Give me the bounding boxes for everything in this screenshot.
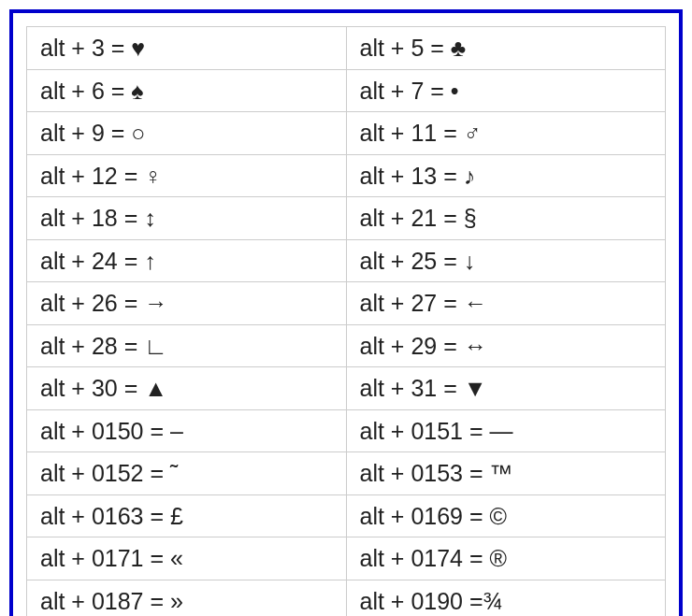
alt-code-cell-left: alt + 0163 = £	[27, 494, 347, 537]
alt-code-symbol: ♂	[464, 120, 482, 146]
alt-code-cell-left: alt + 28 = ∟	[27, 324, 347, 367]
alt-code-label: alt + 0190 =	[360, 588, 483, 614]
alt-code-label: alt + 7 =	[360, 78, 451, 104]
table-row: alt + 12 = ♀alt + 13 = ♪	[27, 154, 666, 197]
alt-code-symbol: ®	[490, 545, 507, 571]
alt-code-symbol: ↑	[144, 248, 156, 274]
alt-code-cell-right: alt + 5 = ♣	[346, 27, 666, 70]
alt-code-symbol: £	[170, 503, 183, 529]
alt-code-cell-right: alt + 0174 = ®	[346, 537, 666, 580]
alt-code-symbol: ♠	[131, 78, 143, 104]
alt-code-symbol: ↕	[144, 205, 156, 231]
alt-code-label: alt + 24 =	[40, 248, 144, 274]
alt-code-cell-right: alt + 25 = ↓	[346, 239, 666, 282]
alt-code-cell-left: alt + 3 = ♥	[27, 27, 347, 70]
alt-code-label: alt + 0150 =	[40, 418, 170, 444]
alt-code-label: alt + 0153 =	[360, 460, 490, 486]
alt-code-symbol: »	[170, 588, 183, 614]
alt-code-symbol: §	[464, 205, 477, 231]
alt-code-symbol: ˜	[170, 460, 178, 486]
table-row: alt + 6 = ♠alt + 7 = •	[27, 69, 666, 112]
alt-code-label: alt + 13 =	[360, 163, 464, 189]
alt-code-label: alt + 30 =	[40, 375, 144, 401]
alt-code-cell-right: alt + 31 = ▼	[346, 367, 666, 410]
alt-code-label: alt + 28 =	[40, 333, 144, 359]
alt-code-cell-left: alt + 24 = ↑	[27, 239, 347, 282]
alt-code-symbol: ♀	[144, 163, 162, 189]
alt-code-symbol: ¾	[483, 588, 503, 614]
alt-code-cell-left: alt + 30 = ▲	[27, 367, 347, 410]
alt-code-cell-right: alt + 13 = ♪	[346, 154, 666, 197]
table-row: alt + 30 = ▲alt + 31 = ▼	[27, 367, 666, 410]
alt-code-symbol: →	[144, 290, 167, 316]
table-row: alt + 3 = ♥alt + 5 = ♣	[27, 27, 666, 70]
alt-code-symbol: •	[451, 78, 459, 104]
alt-code-symbol: ▼	[464, 375, 487, 401]
table-row: alt + 26 = →alt + 27 = ←	[27, 282, 666, 325]
alt-code-cell-right: alt + 7 = •	[346, 69, 666, 112]
alt-code-label: alt + 0169 =	[360, 503, 490, 529]
table-row: alt + 28 = ∟alt + 29 = ↔	[27, 324, 666, 367]
alt-code-cell-right: alt + 0169 = ©	[346, 494, 666, 537]
alt-code-cell-left: alt + 0171 = «	[27, 537, 347, 580]
alt-code-cell-right: alt + 29 = ↔	[346, 324, 666, 367]
alt-code-label: alt + 6 =	[40, 78, 131, 104]
alt-code-symbol: ←	[464, 290, 487, 316]
alt-code-label: alt + 0171 =	[40, 545, 170, 571]
alt-code-label: alt + 0174 =	[360, 545, 490, 571]
alt-code-symbol: ♪	[464, 163, 476, 189]
alt-code-cell-left: alt + 12 = ♀	[27, 154, 347, 197]
alt-code-cell-right: alt + 0190 =¾	[346, 580, 666, 616]
alt-code-cell-right: alt + 0153 = ™	[346, 452, 666, 495]
alt-code-cell-left: alt + 0187 = »	[27, 580, 347, 616]
alt-code-label: alt + 31 =	[360, 375, 464, 401]
alt-code-symbol: ↓	[464, 248, 476, 274]
alt-code-label: alt + 0152 =	[40, 460, 170, 486]
alt-code-symbol: ∟	[144, 333, 166, 359]
alt-code-cell-right: alt + 27 = ←	[346, 282, 666, 325]
alt-code-symbol: ™	[490, 460, 513, 486]
alt-code-label: alt + 0163 =	[40, 503, 170, 529]
alt-code-cell-right: alt + 0151 = —	[346, 409, 666, 452]
alt-code-label: alt + 9 =	[40, 120, 131, 146]
alt-code-cell-right: alt + 11 = ♂	[346, 112, 666, 155]
table-row: alt + 24 = ↑alt + 25 = ↓	[27, 239, 666, 282]
alt-code-label: alt + 29 =	[360, 333, 464, 359]
alt-codes-tbody: alt + 3 = ♥alt + 5 = ♣alt + 6 = ♠alt + 7…	[27, 27, 666, 617]
alt-code-symbol: –	[170, 418, 183, 444]
alt-codes-table: alt + 3 = ♥alt + 5 = ♣alt + 6 = ♠alt + 7…	[26, 26, 666, 616]
alt-code-label: alt + 27 =	[360, 290, 464, 316]
alt-code-symbol: ↔	[464, 333, 487, 359]
alt-code-label: alt + 25 =	[360, 248, 464, 274]
table-row: alt + 9 = ○alt + 11 = ♂	[27, 112, 666, 155]
alt-code-label: alt + 21 =	[360, 205, 464, 231]
table-row: alt + 18 = ↕alt + 21 = §	[27, 197, 666, 240]
table-row: alt + 0152 = ˜alt + 0153 = ™	[27, 452, 666, 495]
alt-code-label: alt + 18 =	[40, 205, 144, 231]
table-row: alt + 0163 = £alt + 0169 = ©	[27, 494, 666, 537]
alt-code-symbol: ♥	[131, 35, 145, 61]
alt-code-label: alt + 3 =	[40, 35, 131, 61]
alt-code-symbol: ♣	[451, 35, 466, 61]
alt-code-label: alt + 5 =	[360, 35, 451, 61]
alt-code-cell-right: alt + 21 = §	[346, 197, 666, 240]
alt-code-symbol: «	[170, 545, 183, 571]
alt-code-cell-left: alt + 18 = ↕	[27, 197, 347, 240]
table-row: alt + 0150 = –alt + 0151 = —	[27, 409, 666, 452]
alt-code-cell-left: alt + 6 = ♠	[27, 69, 347, 112]
table-row: alt + 0171 = «alt + 0174 = ®	[27, 537, 666, 580]
alt-code-symbol: ▲	[144, 375, 167, 401]
alt-code-label: alt + 12 =	[40, 163, 144, 189]
alt-code-cell-left: alt + 9 = ○	[27, 112, 347, 155]
alt-code-label: alt + 0151 =	[360, 418, 490, 444]
alt-code-cell-left: alt + 0150 = –	[27, 409, 347, 452]
alt-code-symbol: —	[490, 418, 513, 444]
alt-code-symbol: ©	[490, 503, 507, 529]
alt-code-label: alt + 0187 =	[40, 588, 170, 614]
alt-code-label: alt + 26 =	[40, 290, 144, 316]
alt-code-cell-left: alt + 26 = →	[27, 282, 347, 325]
alt-code-cell-left: alt + 0152 = ˜	[27, 452, 347, 495]
alt-code-label: alt + 11 =	[360, 120, 464, 146]
alt-codes-frame: alt + 3 = ♥alt + 5 = ♣alt + 6 = ♠alt + 7…	[9, 9, 683, 616]
table-row: alt + 0187 = »alt + 0190 =¾	[27, 580, 666, 616]
